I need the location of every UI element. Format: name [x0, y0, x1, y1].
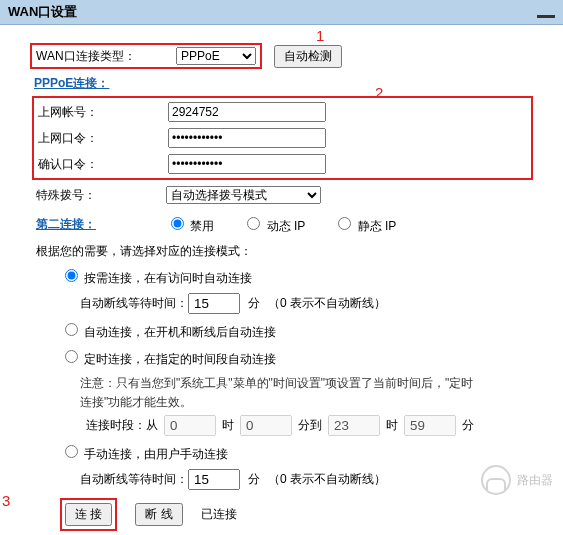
auto-disc-hint-2: （0 表示不自动断线） [268, 471, 386, 488]
mode-hint: 根据您的需要，请选择对应的连接模式： [36, 243, 533, 260]
auto-detect-button[interactable]: 自动检测 [274, 45, 342, 68]
mode-auto[interactable]: 自动连接，在开机和断线后自动连接 [60, 320, 276, 341]
timed-note: 注意：只有当您到"系统工具"菜单的"时间设置"项设置了当前时间后，"定时连接"功… [80, 374, 480, 412]
pppoe-section-label: PPPoE连接： [34, 75, 533, 92]
mode-timed[interactable]: 定时连接，在指定的时间段自动连接 [60, 347, 276, 368]
auto-disc-label-1: 自动断线等待时间： [80, 295, 188, 312]
window-titlebar: WAN口设置 [0, 0, 563, 25]
password-input[interactable] [168, 128, 326, 148]
disconnect-button[interactable]: 断 线 [135, 503, 182, 526]
second-conn-disable[interactable]: 禁用 [166, 214, 214, 235]
second-conn-static[interactable]: 静态 IP [333, 214, 396, 235]
credentials-group: 上网帐号： 上网口令： 确认口令： [32, 96, 533, 180]
watermark: 路由器 [481, 465, 553, 495]
connect-button-box: 连 接 [60, 498, 117, 531]
window-title: WAN口设置 [8, 3, 77, 21]
confirm-label: 确认口令： [38, 156, 168, 173]
router-icon [481, 465, 511, 495]
time-h2 [328, 415, 380, 436]
wan-type-label: WAN口连接类型： [36, 48, 176, 65]
mode-on-demand[interactable]: 按需连接，在有访问时自动连接 [60, 266, 252, 287]
minimize-icon[interactable] [537, 15, 555, 18]
password-label: 上网口令： [38, 130, 168, 147]
auto-disc-input-1[interactable] [188, 293, 240, 314]
special-dial-label: 特殊拨号： [36, 187, 166, 204]
account-input[interactable] [168, 102, 326, 122]
annotation-2: 2 [375, 84, 383, 101]
second-conn-dynamic[interactable]: 动态 IP [242, 214, 305, 235]
confirm-input[interactable] [168, 154, 326, 174]
auto-disc-input-2[interactable] [188, 469, 240, 490]
account-label: 上网帐号： [38, 104, 168, 121]
wan-type-group: WAN口连接类型： PPPoE [30, 43, 262, 69]
annotation-3: 3 [2, 492, 10, 509]
second-conn-label: 第二连接： [36, 216, 166, 233]
special-dial-select[interactable]: 自动选择拨号模式 [166, 186, 321, 204]
annotation-1: 1 [316, 27, 324, 44]
time-h1 [164, 415, 216, 436]
wan-type-select[interactable]: PPPoE [176, 47, 256, 65]
auto-disc-label-2: 自动断线等待时间： [80, 471, 188, 488]
mode-manual[interactable]: 手动连接，由用户手动连接 [60, 442, 228, 463]
auto-disc-hint-1: （0 表示不自动断线） [268, 295, 386, 312]
connect-button[interactable]: 连 接 [65, 503, 112, 526]
time-m1 [240, 415, 292, 436]
time-m2 [404, 415, 456, 436]
connection-status: 已连接 [201, 506, 237, 523]
